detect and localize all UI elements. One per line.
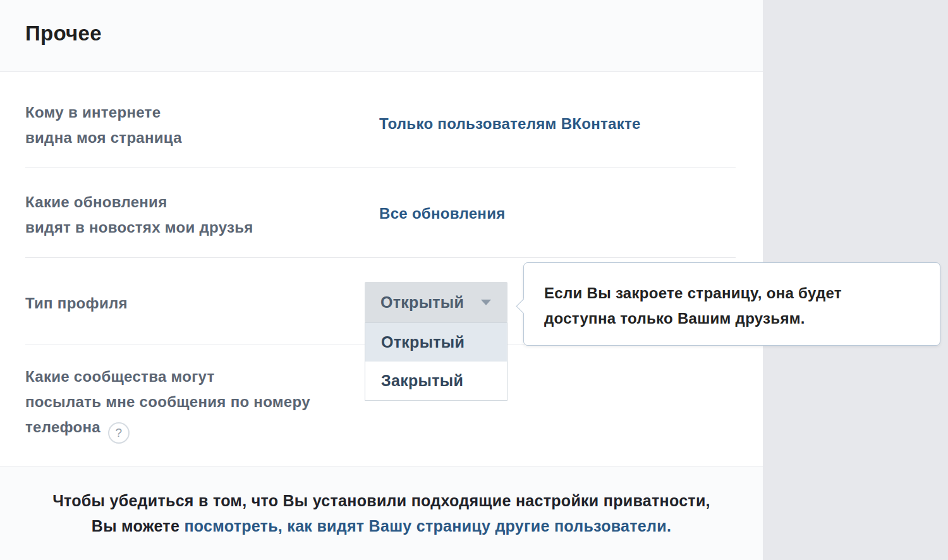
dropdown-option-open[interactable]: Открытый [365,323,507,362]
label-line: посылать мне сообщения по номеру [25,389,310,415]
section-title: Прочее [25,21,102,46]
profile-type-tooltip: Если Вы закроете страницу, она будет дос… [523,262,940,346]
footer-line2-text: Вы можете [92,517,185,535]
setting-label-profile-type: Тип профиля [25,291,128,316]
label-line-text: телефона [25,418,100,435]
footer-note: Чтобы убедиться в том, что Вы установили… [0,466,763,560]
section-header: Прочее [0,0,763,72]
tooltip-line: доступна только Вашим друзьям. [544,306,940,331]
setting-label-news-updates: Какие обновления видят в новостях мои др… [25,190,253,240]
privacy-settings-page: Прочее Кому в интернете видна моя страни… [0,0,948,560]
dropdown-selected-label: Открытый [380,293,464,312]
row-divider [25,167,736,168]
label-line: Тип профиля [25,291,128,316]
label-line: телефона? [25,415,310,444]
help-icon-glyph: ? [116,426,123,439]
footer-line1: Чтобы убедиться в том, что Вы установили… [0,488,763,513]
setting-value-page-visibility[interactable]: Только пользователям ВКонтакте [379,115,641,133]
label-line: Кому в интернете [25,100,182,125]
label-line: Какие обновления [25,190,253,215]
setting-value-news-updates[interactable]: Все обновления [379,205,506,222]
help-icon[interactable]: ? [108,422,130,444]
view-as-others-link[interactable]: посмотреть, как видят Вашу страницу друг… [184,517,671,535]
row-divider [25,257,736,258]
tooltip-line: Если Вы закроете страницу, она будет [544,281,940,306]
label-line: видна моя страница [25,125,182,150]
setting-label-page-visibility: Кому в интернете видна моя страница [25,100,182,150]
profile-type-dropdown-menu: Открытый Закрытый [365,322,507,401]
setting-label-communities-messages: Какие сообщества могут посылать мне сооб… [25,364,310,444]
label-line: видят в новостях мои друзья [25,215,253,240]
label-line: Какие сообщества могут [25,364,310,389]
caret-down-icon [481,300,491,305]
footer-line2: Вы можете посмотреть, как видят Вашу стр… [0,513,763,539]
tooltip-text: Если Вы закроете страницу, она будет дос… [524,263,940,331]
profile-type-dropdown-button[interactable]: Открытый [365,282,507,322]
dropdown-option-closed[interactable]: Закрытый [365,362,507,400]
